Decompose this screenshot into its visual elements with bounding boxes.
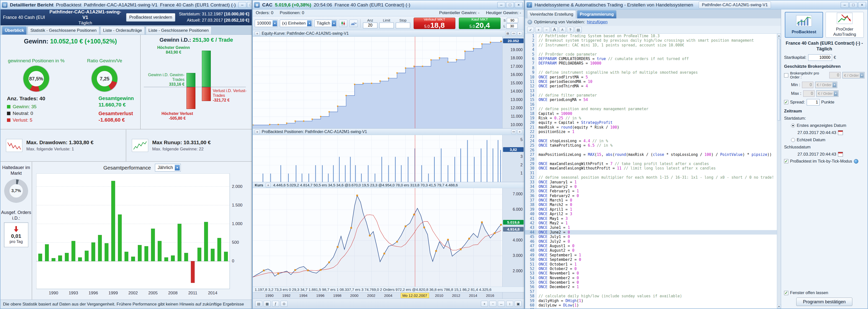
max-fee-input[interactable] <box>803 90 815 97</box>
code-line[interactable]: 29ONCE maxCandlesLongWithProfit = 7 // t… <box>525 161 777 166</box>
new-chart-icon[interactable]: ▦ <box>264 301 271 307</box>
zoom-in-icon[interactable]: + <box>481 301 488 307</box>
code-line[interactable]: 34ONCE January2 = 0 <box>525 184 777 189</box>
min-fee-input[interactable] <box>802 82 813 88</box>
period-dropdown[interactable]: Jährlich <box>155 164 181 172</box>
code-line[interactable]: 26 <box>525 148 777 152</box>
code-line[interactable]: 50ONCE September2 = 0 <box>525 257 777 262</box>
maximize-icon[interactable]: □ <box>247 2 252 8</box>
editor-titlebar[interactable]: ƒ Handelssysteme & Automatisches Trading… <box>525 0 868 9</box>
max-fee-unit-select[interactable]: € / Order <box>816 90 838 97</box>
code-line[interactable]: 31 <box>525 171 777 175</box>
code-line[interactable]: 56ONCE December2 = 1 <box>525 285 777 289</box>
code-editor[interactable]: 1// Pathfinder Trading System based on P… <box>525 34 781 309</box>
first-displayed-date-radio[interactable] <box>791 124 795 128</box>
buy-market-button[interactable]: Kauf MKT 5.020,4 <box>459 18 500 29</box>
code-line[interactable]: 21maxRisk = round(equity * Risk / 100) <box>525 125 777 129</box>
code-line[interactable]: 30ONCE maxCandlesLongWithoutProfit = 11 … <box>525 166 777 171</box>
code-line[interactable]: 18Capital = 10000 <box>525 112 777 116</box>
indicator-icon[interactable]: ƒ <box>272 301 279 307</box>
code-line[interactable]: 2// Breakout system triggered by previou… <box>525 38 777 43</box>
code-line[interactable]: 28 <box>525 157 777 161</box>
report-tab-2[interactable]: Liste - Orderaufträge <box>100 26 145 34</box>
code-line[interactable]: 46ONCE July2 = 0 <box>525 239 777 244</box>
help-icon[interactable]: ? <box>567 27 574 33</box>
spread-checkbox[interactable] <box>784 100 788 104</box>
code-line[interactable]: 43ONCE June1 = 1 <box>525 225 777 230</box>
add-variable-link[interactable]: hinzufügen <box>587 20 608 25</box>
code-line[interactable]: 53ONCE November1 = 0 <box>525 271 777 276</box>
positions-chart[interactable] <box>253 135 502 182</box>
code-line[interactable]: 45ONCE July1 = 0 <box>525 235 777 239</box>
maximize-icon[interactable]: □ <box>849 2 857 8</box>
equity-pane-titlebar[interactable]: ≡ Equity-Kurve: Pathfinder-CAC-A1A2M1-sw… <box>253 30 524 37</box>
positions-pane-titlebar[interactable]: ≡ ProBacktest Positionen: Pathfinder-CAC… <box>253 129 524 135</box>
equity-chart[interactable] <box>253 37 502 128</box>
report-titlebar[interactable]: ▤ Detaillierter Bericht ProBacktest Path… <box>0 0 252 9</box>
code-line[interactable]: 15ONCE periodLongMA = 54 <box>525 97 777 102</box>
keep-window-open-checkbox[interactable] <box>784 291 788 295</box>
code-line[interactable]: 4 <box>525 48 777 52</box>
pane-close-icon[interactable]: × <box>517 129 522 134</box>
code-line[interactable]: 1// Pathfinder Trading System based on P… <box>525 34 777 38</box>
quantity-input[interactable] <box>363 23 377 28</box>
code-line[interactable]: 48ONCE August2 = 0 <box>525 248 777 253</box>
code-line[interactable]: 36ONCE February2 = 0 <box>525 194 777 198</box>
minimize-icon[interactable]: – <box>238 2 246 8</box>
limit-distance-input[interactable] <box>506 24 518 29</box>
zoom-in-icon[interactable]: + <box>535 27 542 33</box>
stop-input[interactable] <box>396 23 410 28</box>
code-line[interactable]: 44ONCE June2 = 0 <box>525 230 777 235</box>
code-line[interactable]: 19Risk = 0.25 // in % <box>525 116 777 120</box>
code-line[interactable]: 20equity = Capital + StrategyProfit <box>525 120 777 125</box>
zoom-horizontal-icon[interactable]: ↔ <box>498 301 505 307</box>
confirm-program-button[interactable]: Programm bestätigen <box>796 298 852 306</box>
code-line[interactable]: 42ONCE May2 = 1 <box>525 221 777 225</box>
probacktest-veraendern-button[interactable]: ProBacktest verändern <box>126 13 176 22</box>
code-line[interactable]: 37ONCE March1 = 0 <box>525 198 777 203</box>
code-line[interactable]: 24ONCE stopLossLong = 4.4 // in % <box>525 139 777 143</box>
calendar-icon[interactable] <box>838 130 843 135</box>
spread-input[interactable] <box>807 99 819 105</box>
code-line[interactable]: 40ONCE April2 = 3 <box>525 212 777 216</box>
code-lines[interactable]: 1// Pathfinder Trading System based on P… <box>525 34 777 309</box>
code-line[interactable]: 35ONCE February1 = 1 <box>525 189 777 193</box>
font-decrease-icon[interactable]: A <box>559 27 566 33</box>
report-tab-1[interactable]: Statistik - Geschlossene Positionen <box>28 26 99 34</box>
minimize-icon[interactable]: – <box>497 2 505 8</box>
code-line[interactable]: 59dailyHigh = DHigh(1) <box>525 299 777 303</box>
zoom-out-icon[interactable]: − <box>543 27 550 33</box>
code-line[interactable]: 61 <box>525 308 777 309</box>
code-line[interactable]: 32// define seasonal position multiplier… <box>525 175 777 180</box>
proorder-mode-button[interactable]: ProOrder AutoTrading <box>826 12 864 38</box>
timeframe-select[interactable]: Täglich <box>314 20 337 27</box>
editor-scrollbar[interactable]: ▲ ▼ <box>777 34 781 309</box>
code-line[interactable]: 13 <box>525 89 777 93</box>
code-line[interactable]: 41ONCE May1 = 3 <box>525 216 777 221</box>
code-line[interactable]: 38ONCE March2 = 0 <box>525 203 777 207</box>
startkapital-input[interactable] <box>808 54 832 61</box>
pane-tools-icon[interactable]: ≡ <box>255 31 260 36</box>
zoom-vertical-icon[interactable]: ↕ <box>506 301 513 307</box>
screenshot-icon[interactable]: ▣ <box>515 301 522 307</box>
code-line[interactable]: 16 <box>525 102 777 107</box>
editor-tab-0[interactable]: Vereinfachte Erstellung <box>527 10 576 19</box>
code-line[interactable]: 14// define filter parameter <box>525 93 777 97</box>
code-line[interactable]: 49ONCE September1 = 1 <box>525 253 777 257</box>
code-line[interactable]: 3// Instrument: CAC mini 1D, 1 points sp… <box>525 43 777 48</box>
close-icon[interactable]: × <box>515 2 523 8</box>
scroll-thumb[interactable] <box>777 39 781 121</box>
code-line[interactable]: 12ONCE periodThirdMA = 4 <box>525 84 777 88</box>
probacktest-mode-button[interactable]: ProBacktest <box>785 12 823 38</box>
sell-market-button[interactable]: Verkauf MKT 5.018,8 <box>414 18 455 29</box>
pane-close-icon[interactable]: × <box>517 31 522 36</box>
positions-scale[interactable]: 53213,82 <box>502 135 524 182</box>
tick-mode-checkbox[interactable] <box>784 159 788 163</box>
clock-icon[interactable]: ⊙ <box>281 301 287 307</box>
workspace-list-icon[interactable]: ▤ <box>255 301 262 307</box>
equity-price-scale[interactable]: 19.00018.00017.00016.00015.00014.00013.0… <box>502 37 524 128</box>
code-line[interactable]: 51ONCE October1 = 1 <box>525 262 777 267</box>
report-tab-3[interactable]: Liste - Geschlossene Positionen <box>146 26 212 34</box>
units-select[interactable]: (x) Einheiten <box>280 20 312 27</box>
code-line[interactable]: 6DEFPARAM CUMULATEORDERS = true // cumul… <box>525 57 777 61</box>
